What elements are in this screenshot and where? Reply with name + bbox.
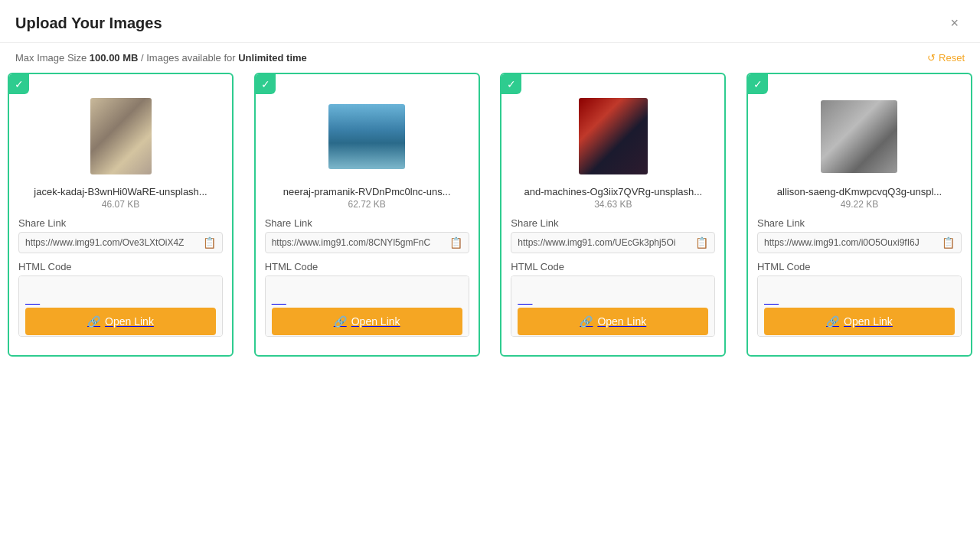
share-link-wrap: https://www.img91.com/Ove3LXtOiX4Z 📋 [18, 232, 223, 253]
availability-value: Unlimited time [238, 52, 307, 64]
card-image-wrap [265, 94, 469, 178]
share-link-label: Share Link [511, 217, 715, 229]
reset-icon: ↺ [927, 52, 936, 64]
open-link-button[interactable]: 🔗 Open Link [518, 308, 708, 335]
subheader: Max Image Size 100.00 MB / Images availa… [0, 43, 980, 73]
reset-label: Reset [939, 52, 965, 64]
check-badge: ✓ [9, 74, 29, 94]
open-link-button[interactable]: 🔗 Open Link [764, 308, 955, 335]
card-filesize: 46.07 KB [18, 199, 223, 210]
card-filename: jacek-kadaj-B3wnHi0WaRE-unsplash... [18, 186, 223, 197]
close-button[interactable]: × [944, 12, 965, 34]
open-link-icon: 🔗 [580, 315, 593, 328]
html-code-textarea[interactable]: 🔗 Open Link [757, 276, 962, 337]
max-size-prefix: Max Image Size [15, 52, 90, 64]
page-header: Upload Your Images × [0, 0, 980, 43]
copy-icon[interactable]: 📋 [695, 236, 708, 249]
copy-icon[interactable]: 📋 [449, 236, 462, 249]
check-badge: ✓ [256, 74, 276, 94]
html-code-textarea[interactable]: 🔗 Open Link [265, 276, 469, 337]
share-link-wrap: https://www.img91.com/8CNYl5gmFnC 📋 [265, 232, 469, 253]
card-image [821, 100, 897, 173]
open-link-label: Open Link [351, 315, 400, 328]
image-card: ✓ allison-saeng-dKmwpcvqQ3g-unspl... 49.… [746, 73, 972, 357]
max-size-value: 100.00 MB [90, 52, 139, 64]
share-link-label: Share Link [18, 217, 223, 229]
share-link-wrap: https://www.img91.com/i0O5Ouxi9fI6J 📋 [757, 232, 962, 253]
card-image-wrap [511, 94, 715, 178]
open-link-icon: 🔗 [826, 315, 839, 328]
card-image [90, 98, 152, 174]
copy-icon[interactable]: 📋 [203, 236, 216, 249]
share-link-text: https://www.img91.com/Ove3LXtOiX4Z [25, 237, 200, 248]
cards-container: ✓ jacek-kadaj-B3wnHi0WaRE-unsplash... 46… [0, 73, 980, 364]
card-filesize: 62.72 KB [265, 199, 469, 210]
middle-text: / Images available for [138, 52, 238, 64]
open-link-button[interactable]: 🔗 Open Link [25, 308, 216, 335]
html-code-label: HTML Code [757, 261, 962, 272]
card-image-wrap [18, 94, 223, 178]
html-code-label: HTML Code [511, 261, 715, 272]
reset-button[interactable]: ↺ Reset [927, 52, 965, 64]
card-filename: allison-saeng-dKmwpcvqQ3g-unspl... [757, 186, 962, 197]
card-filename: neeraj-pramanik-RVDnPmc0lnc-uns... [265, 186, 469, 197]
card-filesize: 34.63 KB [511, 199, 715, 210]
share-link-label: Share Link [265, 217, 469, 229]
check-badge: ✓ [501, 74, 521, 94]
share-link-text: https://www.img91.com/8CNYl5gmFnC [272, 237, 446, 248]
page-title: Upload Your Images [15, 15, 162, 32]
open-link-label: Open Link [105, 315, 154, 328]
html-code-textarea[interactable]: 🔗 Open Link [511, 276, 715, 337]
card-image [579, 98, 648, 174]
share-link-text: https://www.img91.com/UEcGk3phj5Oi [518, 237, 692, 248]
open-link-icon: 🔗 [334, 315, 347, 328]
share-link-label: Share Link [757, 217, 962, 229]
check-badge: ✓ [748, 74, 768, 94]
card-filesize: 49.22 KB [757, 199, 962, 210]
open-link-button[interactable]: 🔗 Open Link [272, 308, 462, 335]
open-link-label: Open Link [597, 315, 646, 328]
open-link-label: Open Link [844, 315, 893, 328]
share-link-wrap: https://www.img91.com/UEcGk3phj5Oi 📋 [511, 232, 715, 253]
image-card: ✓ and-machines-Og3iix7QVRg-unsplash... 3… [500, 73, 726, 357]
image-info: Max Image Size 100.00 MB / Images availa… [15, 52, 307, 64]
copy-icon[interactable]: 📋 [942, 236, 955, 249]
card-filename: and-machines-Og3iix7QVRg-unsplash... [511, 186, 715, 197]
card-image [328, 104, 405, 169]
open-link-icon: 🔗 [87, 315, 100, 328]
html-code-textarea[interactable]: 🔗 Open Link [18, 276, 223, 337]
html-code-label: HTML Code [265, 261, 469, 272]
html-code-label: HTML Code [18, 261, 223, 272]
share-link-text: https://www.img91.com/i0O5Ouxi9fI6J [764, 237, 939, 248]
image-card: ✓ jacek-kadaj-B3wnHi0WaRE-unsplash... 46… [8, 73, 234, 357]
image-card: ✓ neeraj-pramanik-RVDnPmc0lnc-uns... 62.… [254, 73, 480, 357]
card-image-wrap [757, 94, 962, 178]
